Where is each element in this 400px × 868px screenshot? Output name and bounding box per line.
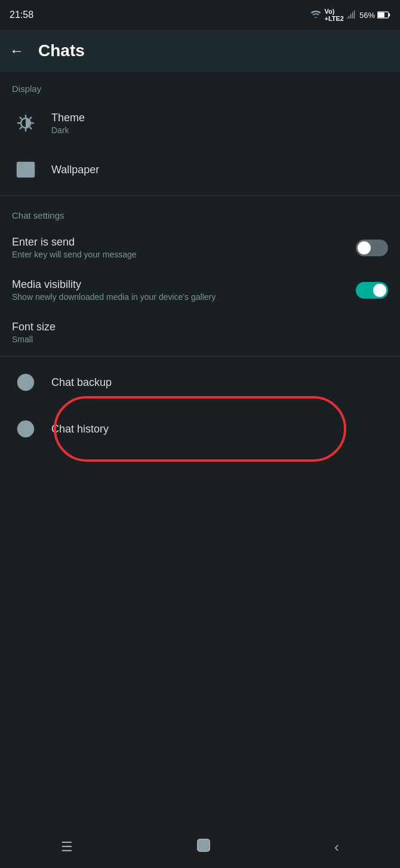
back-button[interactable]: ← bbox=[10, 42, 24, 59]
history-icon bbox=[12, 415, 39, 443]
font-size-title: Font size bbox=[12, 321, 388, 333]
volte-label: Vo)+LTE2 bbox=[324, 8, 344, 22]
chat-settings-label: Chat settings bbox=[0, 198, 400, 226]
signal-icon bbox=[346, 10, 357, 20]
page-title: Chats bbox=[38, 41, 85, 60]
backup-icon bbox=[12, 369, 39, 396]
chat-history-title: Chat history bbox=[51, 423, 388, 435]
chat-backup-text: Chat backup bbox=[51, 376, 388, 389]
chat-history-item[interactable]: Chat history bbox=[0, 406, 400, 452]
header: ← Chats bbox=[0, 30, 400, 72]
menu-nav-icon[interactable]: ☰ bbox=[61, 839, 73, 855]
enter-is-send-toggle[interactable] bbox=[356, 240, 388, 256]
svg-rect-8 bbox=[198, 839, 210, 851]
font-size-text: Font size Small bbox=[12, 321, 388, 344]
wallpaper-item[interactable]: Wallpaper bbox=[0, 146, 400, 193]
theme-title: Theme bbox=[51, 112, 388, 124]
display-section-label: Display bbox=[0, 72, 400, 100]
font-size-subtitle: Small bbox=[12, 335, 388, 344]
media-visibility-item[interactable]: Media visibility Show newly downloaded m… bbox=[0, 269, 400, 311]
theme-item[interactable]: Theme Dark bbox=[0, 100, 400, 146]
enter-is-send-text: Enter is send Enter key will send your m… bbox=[12, 236, 356, 259]
chat-history-wrapper: Chat history bbox=[0, 406, 400, 452]
status-icons: Vo)+LTE2 56% bbox=[310, 8, 390, 22]
media-visibility-subtitle: Show newly downloaded media in your devi… bbox=[12, 292, 356, 302]
divider-2 bbox=[0, 356, 400, 357]
media-visibility-title: Media visibility bbox=[12, 278, 356, 291]
chat-history-text: Chat history bbox=[51, 423, 388, 435]
svg-rect-1 bbox=[378, 13, 384, 17]
wifi-icon bbox=[310, 10, 322, 20]
enter-is-send-item[interactable]: Enter is send Enter key will send your m… bbox=[0, 226, 400, 269]
theme-text: Theme Dark bbox=[51, 112, 388, 135]
battery-icon bbox=[377, 11, 390, 19]
divider-1 bbox=[0, 195, 400, 196]
battery-text: 56% bbox=[359, 11, 375, 20]
wallpaper-icon bbox=[12, 156, 39, 183]
toggle-knob bbox=[358, 241, 371, 254]
chat-backup-item[interactable]: Chat backup bbox=[0, 359, 400, 406]
wallpaper-title: Wallpaper bbox=[51, 164, 388, 176]
status-time: 21:58 bbox=[10, 10, 33, 20]
svg-point-5 bbox=[20, 165, 24, 169]
wallpaper-text: Wallpaper bbox=[51, 164, 388, 176]
toggle-knob-2 bbox=[373, 284, 386, 297]
status-bar: 21:58 Vo)+LTE2 56% bbox=[0, 0, 400, 30]
bottom-nav: ☰ ‹ bbox=[0, 826, 400, 868]
enter-is-send-subtitle: Enter key will send your message bbox=[12, 250, 356, 259]
home-nav-icon[interactable] bbox=[195, 836, 213, 858]
back-nav-icon[interactable]: ‹ bbox=[334, 839, 339, 855]
font-size-item[interactable]: Font size Small bbox=[0, 311, 400, 354]
display-section: Display Theme Dark Wallpaper bbox=[0, 72, 400, 193]
chat-settings-section: Chat settings Enter is send Enter key wi… bbox=[0, 198, 400, 354]
media-visibility-toggle[interactable] bbox=[356, 282, 388, 299]
theme-icon bbox=[12, 109, 39, 137]
chat-backup-title: Chat backup bbox=[51, 376, 388, 389]
enter-is-send-title: Enter is send bbox=[12, 236, 356, 249]
theme-subtitle: Dark bbox=[51, 125, 388, 135]
media-visibility-text: Media visibility Show newly downloaded m… bbox=[12, 278, 356, 302]
svg-rect-2 bbox=[389, 13, 390, 16]
